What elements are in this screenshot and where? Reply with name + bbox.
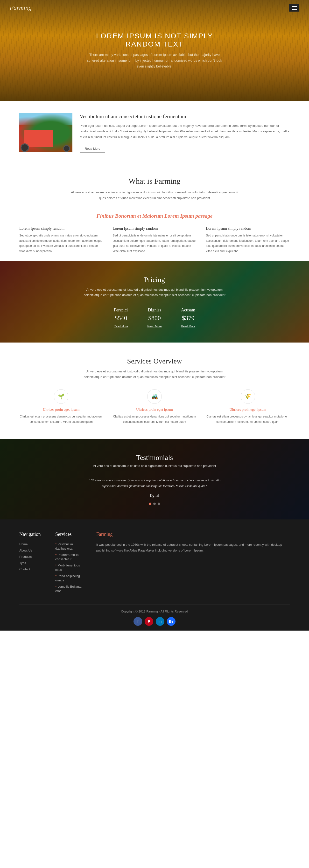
tractor-wheel-front bbox=[21, 144, 29, 152]
footer-service-link-4[interactable]: Porta adipiscing ornare bbox=[55, 574, 80, 582]
plan-name-2: Digniss bbox=[147, 308, 162, 313]
plan-read-more-2[interactable]: Read More bbox=[147, 325, 162, 328]
intro-text-block: Vestibulum ullam consectetur tristique f… bbox=[80, 113, 290, 153]
service-body-3: Claritas est etiam processus dynamicus q… bbox=[206, 414, 290, 425]
plan-price-3: $379 bbox=[181, 315, 195, 322]
plan-read-more-3[interactable]: Read More bbox=[181, 325, 195, 328]
service-title-1: Ultrices proin eget ipsum bbox=[19, 408, 103, 412]
footer-bottom: Copyright © 2019 Farming - All Rights Re… bbox=[19, 610, 290, 626]
tractor-body bbox=[24, 130, 53, 147]
social-icons: f P in Be bbox=[19, 617, 290, 626]
footer-nav-link-home[interactable]: Home bbox=[19, 542, 28, 546]
pricing-cards: Perspici $540 Read More Digniss $800 Rea… bbox=[19, 308, 290, 328]
footer-nav-title: Navigation bbox=[19, 531, 41, 537]
hamburger-line bbox=[291, 8, 297, 8]
behance-icon[interactable]: Be bbox=[167, 617, 175, 626]
seed-icon: 🌱 bbox=[58, 393, 64, 400]
testimonial-dot-2[interactable] bbox=[153, 503, 156, 505]
finibus-col1-heading: Lorem Ipsum simply random bbox=[19, 226, 103, 231]
plan-price-2: $800 bbox=[147, 315, 162, 322]
footer-nav-link-products[interactable]: Products bbox=[19, 555, 32, 558]
plan-name-3: Acusam bbox=[181, 308, 195, 313]
hamburger-button[interactable] bbox=[289, 4, 299, 11]
linkedin-icon[interactable]: in bbox=[156, 617, 164, 626]
testimonials-section: Testimonials At vero eos et accusamus et… bbox=[0, 439, 309, 520]
footer-service-item-2: Pharetra mollis consectetur bbox=[55, 553, 82, 561]
footer-nav-link-typs[interactable]: Typs bbox=[19, 561, 26, 565]
site-logo: Farming bbox=[10, 4, 32, 11]
intro-read-more-button[interactable]: Read More bbox=[80, 145, 105, 153]
testimonials-title: Testimonials bbox=[19, 454, 290, 462]
finibus-section: Finibus Bonorum et Malorum Lorem Ipsum p… bbox=[0, 206, 309, 261]
plan-name-1: Perspici bbox=[114, 308, 128, 313]
footer-services-list: Vestibulum dapibus erat. Pharetra mollis… bbox=[55, 542, 82, 593]
footer-nav-item-about: About Us bbox=[19, 548, 41, 553]
farming-body: At vero eos et accusamus et iusto odio d… bbox=[70, 189, 239, 201]
hero-content-box: LOREM IPSUM IS NOT SIMPLY RANDOM TEXT Th… bbox=[70, 22, 239, 79]
finibus-col-2: Lorem Ipsum simply random Sed ut perspic… bbox=[113, 226, 197, 254]
service-icon-3: 🌾 bbox=[241, 389, 255, 404]
facebook-icon[interactable]: f bbox=[134, 617, 142, 626]
footer-copyright: Copyright © 2019 Farming - All Rights Re… bbox=[19, 610, 290, 613]
tractor-wheel-rear bbox=[63, 145, 70, 152]
footer-top: Navigation Home About Us Products Typs C… bbox=[19, 531, 290, 595]
intro-body: Proin eget ipsum ultrices, aliquet velit… bbox=[80, 123, 290, 140]
tractor-icon: 🚜 bbox=[151, 393, 158, 400]
footer-services-title: Services bbox=[55, 531, 82, 537]
footer-services-col: Services Vestibulum dapibus erat. Pharet… bbox=[55, 531, 82, 595]
service-icon-2: 🚜 bbox=[147, 389, 162, 404]
pricing-section: Pricing At vero eos et accusamus et iust… bbox=[0, 261, 309, 342]
service-card-1: 🌱 Ultrices proin eget ipsum Claritas est… bbox=[19, 389, 103, 425]
hamburger-line bbox=[291, 6, 297, 7]
footer-nav-link-about[interactable]: About Us bbox=[19, 549, 32, 552]
footer-service-link-5[interactable]: Lemetlis Bullanat eros bbox=[55, 585, 82, 593]
testimonials-subtitle: At vero eos et accusamus et iusto odio d… bbox=[19, 464, 290, 468]
farming-title: What is Farming bbox=[29, 177, 280, 186]
service-cards: 🌱 Ultrices proin eget ipsum Claritas est… bbox=[19, 389, 290, 425]
price-card-1: Perspici $540 Read More bbox=[114, 308, 128, 328]
finibus-col2-heading: Lorem Ipsum simply random bbox=[113, 226, 197, 231]
finibus-col3-body: Sed ut perspiciatis unde omnis iste natu… bbox=[206, 233, 290, 254]
finibus-col3-heading: Lorem Ipsum simply random bbox=[206, 226, 290, 231]
intro-image bbox=[19, 113, 73, 152]
price-card-2: Digniss $800 Read More bbox=[147, 308, 162, 328]
hero-title: LOREM IPSUM IS NOT SIMPLY RANDOM TEXT bbox=[85, 32, 224, 48]
finibus-col-3: Lorem Ipsum simply random Sed ut perspic… bbox=[206, 226, 290, 254]
testimonial-author: Dynai bbox=[19, 493, 290, 498]
service-body-2: Claritas est etiam processus dynamicus q… bbox=[113, 414, 197, 425]
footer-nav-item-home: Home bbox=[19, 542, 41, 546]
finibus-col2-body: Sed ut perspiciatis unde omnis iste natu… bbox=[113, 233, 197, 254]
intro-section: Vestibulum ullam consectetur tristique f… bbox=[0, 101, 309, 165]
testimonial-quote: Claritas est etiam processus dynamicus q… bbox=[82, 477, 227, 489]
price-card-3: Acusam $379 Read More bbox=[181, 308, 195, 328]
footer-nav-list: Home About Us Products Typs Contact bbox=[19, 542, 41, 571]
testimonial-dots bbox=[19, 503, 290, 505]
footer-farming-title: Farming bbox=[96, 531, 290, 537]
footer-service-link-3[interactable]: Morbi fenenibus risus bbox=[55, 564, 80, 571]
service-icon-1: 🌱 bbox=[54, 389, 68, 404]
wheat-icon: 🌾 bbox=[245, 393, 251, 400]
footer-nav-col: Navigation Home About Us Products Typs C… bbox=[19, 531, 41, 595]
intro-heading: Vestibulum ullam consectetur tristique f… bbox=[80, 113, 290, 120]
footer-service-item-5: Lemetlis Bullanat eros bbox=[55, 584, 82, 593]
service-card-2: 🚜 Ultrices proin eget ipsum Claritas est… bbox=[113, 389, 197, 425]
footer-nav-item-contact: Contact bbox=[19, 567, 41, 571]
footer-service-link-1[interactable]: Vestibulum dapibus erat. bbox=[55, 542, 74, 550]
pinterest-icon[interactable]: P bbox=[145, 617, 153, 626]
footer-service-link-2[interactable]: Pharetra mollis consectetur bbox=[55, 553, 79, 561]
what-is-farming-section: What is Farming At vero eos et accusamus… bbox=[0, 165, 309, 206]
footer-farming-body: It was popularised in the 1960s with the… bbox=[96, 542, 290, 553]
finibus-col-1: Lorem Ipsum simply random Sed ut perspic… bbox=[19, 226, 103, 254]
pricing-title: Pricing bbox=[19, 276, 290, 284]
footer-divider bbox=[19, 604, 290, 605]
services-title: Services Overview bbox=[19, 357, 290, 365]
testimonial-dot-1[interactable] bbox=[149, 503, 151, 505]
testimonial-dot-3[interactable] bbox=[158, 503, 160, 505]
plan-price-1: $540 bbox=[114, 315, 128, 322]
service-title-2: Ultrices proin eget ipsum bbox=[113, 408, 197, 412]
finibus-title: Finibus Bonorum et Malorum Lorem Ipsum p… bbox=[19, 213, 290, 219]
footer-nav-link-contact[interactable]: Contact bbox=[19, 567, 30, 571]
plan-read-more-1[interactable]: Read More bbox=[114, 325, 128, 328]
pricing-subtitle: At vero eos et accusamus et iusto odio d… bbox=[82, 287, 227, 298]
footer-farming-col: Farming It was popularised in the 1960s … bbox=[96, 531, 290, 595]
